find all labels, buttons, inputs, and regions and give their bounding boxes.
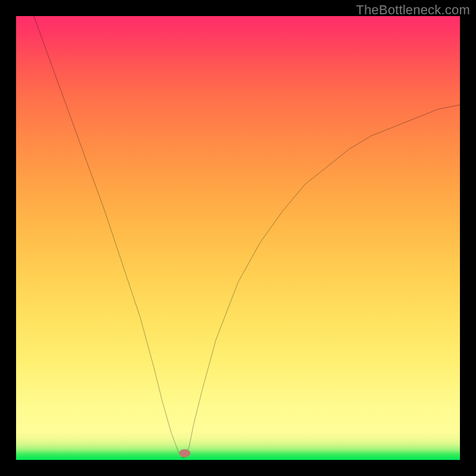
chart-frame: TheBottleneck.com bbox=[0, 0, 476, 476]
bottleneck-curve bbox=[34, 16, 460, 458]
minimum-marker bbox=[179, 449, 190, 457]
watermark-text: TheBottleneck.com bbox=[356, 2, 470, 18]
curve-layer bbox=[16, 16, 460, 460]
plot-area bbox=[16, 16, 460, 460]
